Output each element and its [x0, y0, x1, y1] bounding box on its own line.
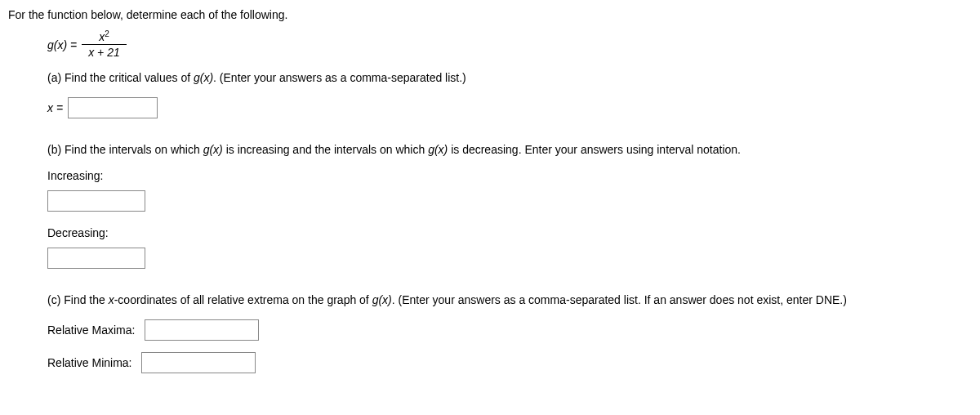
minima-line: Relative Minima: — [47, 352, 972, 373]
part-a-fn: g(x) — [194, 71, 213, 84]
part-b: (b) Find the intervals on which g(x) is … — [47, 143, 972, 269]
part-c-mid: -coordinates of all relative extrema on … — [114, 293, 372, 306]
part-b-prompt: (b) Find the intervals on which g(x) is … — [47, 143, 972, 156]
part-b-fn2: g(x) — [428, 143, 448, 156]
num-exp: 2 — [105, 29, 109, 38]
function-lhs: g(x) = — [47, 38, 77, 51]
part-a: (a) Find the critical values of g(x). (E… — [47, 71, 972, 118]
part-c-suffix: . (Enter your answers as a comma-separat… — [392, 293, 847, 306]
part-b-fn: g(x) — [203, 143, 223, 156]
maxima-label: Relative Maxima: — [47, 324, 135, 337]
decreasing-input[interactable] — [47, 248, 145, 269]
part-a-answer-line: x = — [47, 97, 972, 118]
fraction-denominator: x + 21 — [82, 44, 127, 58]
part-a-suffix: . (Enter your answers as a comma-separat… — [213, 71, 466, 84]
part-c-fn: g(x) — [372, 293, 392, 306]
part-a-prefix: (a) Find the critical values of — [47, 71, 194, 84]
relative-maxima-input[interactable] — [145, 319, 259, 341]
critical-values-input[interactable] — [68, 97, 158, 118]
function-definition: g(x) = x2 x + 21 — [47, 31, 972, 60]
part-c-xcoord: x — [109, 293, 114, 306]
part-c-prompt: (c) Find the x-coordinates of all relati… — [47, 293, 972, 306]
fraction-numerator: x2 — [92, 29, 116, 44]
part-c: (c) Find the x-coordinates of all relati… — [47, 293, 972, 373]
part-c-prefix: (c) Find the — [47, 293, 109, 306]
increasing-block: Increasing: — [47, 169, 972, 212]
increasing-label: Increasing: — [47, 169, 972, 182]
decreasing-block: Decreasing: — [47, 226, 972, 269]
increasing-input[interactable] — [47, 190, 145, 212]
part-a-prompt: (a) Find the critical values of g(x). (E… — [47, 71, 972, 84]
intro-text: For the function below, determine each o… — [8, 8, 972, 21]
relative-minima-input[interactable] — [141, 352, 256, 373]
part-b-prefix: (b) Find the intervals on which — [47, 143, 203, 156]
part-b-mid: is increasing and the intervals on which — [223, 143, 428, 156]
minima-label: Relative Minima: — [47, 356, 131, 369]
decreasing-label: Decreasing: — [47, 226, 972, 239]
function-fraction: x2 x + 21 — [82, 29, 127, 58]
part-b-suffix: is decreasing. Enter your answers using … — [448, 143, 741, 156]
problem-content: g(x) = x2 x + 21 (a) Find the critical v… — [8, 31, 972, 373]
maxima-line: Relative Maxima: — [47, 319, 972, 341]
part-a-label: x = — [47, 101, 63, 114]
